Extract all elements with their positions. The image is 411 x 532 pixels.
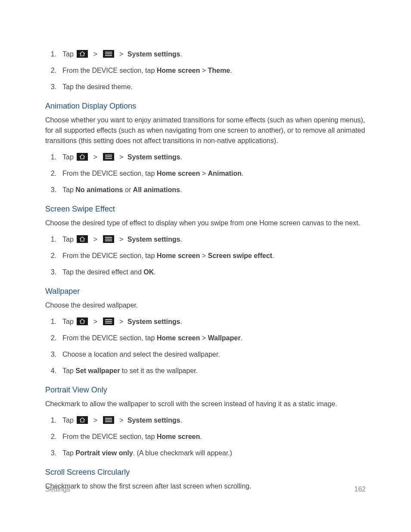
chevron-icon: >: [91, 417, 100, 424]
step-number: 2.: [45, 333, 56, 343]
step-bold: Home screen: [157, 170, 200, 177]
step-number: 3.: [45, 185, 56, 195]
step-text: >: [200, 252, 208, 259]
step-text: Tap: [62, 417, 75, 424]
step-number: 1.: [45, 234, 56, 245]
list-item: 1. Tap > > System settings.: [45, 49, 366, 59]
list-item: 3. Tap the desired theme.: [45, 82, 366, 92]
step-bold: Animation: [208, 170, 241, 177]
step-text: >: [200, 334, 208, 342]
step-text: Tap: [62, 186, 75, 193]
step-bold: Home screen: [157, 252, 200, 259]
step-text: .: [180, 318, 182, 325]
step-bold: Wallpaper: [208, 334, 240, 342]
chevron-icon: >: [117, 236, 125, 243]
step-bold: OK: [143, 268, 154, 276]
step-text: Tap: [62, 367, 75, 374]
menu-icon: [103, 50, 114, 58]
step-text: >: [200, 170, 208, 177]
step-body: From the DEVICE section, tap Home screen…: [56, 65, 366, 76]
step-text: From the DEVICE section, tap: [62, 334, 157, 342]
step-text: .: [180, 417, 182, 424]
step-bold: Set wallpaper: [75, 367, 120, 374]
section-heading-animation: Animation Display Options: [45, 102, 366, 111]
home-icon: [77, 50, 88, 58]
chevron-icon: >: [91, 236, 100, 243]
step-text: .: [200, 433, 202, 440]
step-bold: Portrait view only: [75, 449, 133, 457]
step-number: 1.: [45, 152, 56, 162]
chevron-icon: >: [117, 417, 125, 424]
step-bold: Theme: [208, 67, 230, 74]
list-item: 3. Tap No animations or All animations.: [45, 185, 366, 195]
step-bold: All animations: [133, 186, 180, 193]
step-text: Tap: [62, 50, 75, 58]
list-item: 1. Tap > > System settings.: [45, 234, 366, 245]
theme-steps: 1. Tap > > System settings. 2. From the …: [45, 49, 366, 92]
list-item: 3. Tap Portrait view only. (A blue check…: [45, 448, 366, 458]
step-bold: System settings: [128, 236, 181, 243]
step-text: Tap the desired effect and: [62, 268, 143, 276]
step-bold: System settings: [128, 417, 181, 424]
section-intro: Choose the desired wallpaper.: [45, 300, 366, 311]
menu-icon: [103, 153, 114, 161]
section-heading-portrait: Portrait View Only: [45, 386, 366, 395]
list-item: 2. From the DEVICE section, tap Home scr…: [45, 432, 366, 442]
step-body: From the DEVICE section, tap Home screen…: [56, 168, 366, 179]
step-text: .: [272, 252, 274, 259]
step-text: .: [154, 268, 156, 276]
step-body: Tap > > System settings.: [56, 49, 366, 59]
step-body: Tap Set wallpaper to set it as the wallp…: [56, 366, 366, 376]
list-item: 2. From the DEVICE section, tap Home scr…: [45, 168, 366, 179]
step-text: From the DEVICE section, tap: [62, 170, 157, 177]
section-intro: Choose the desired type of effect to dis…: [45, 218, 366, 228]
menu-icon: [103, 416, 114, 424]
chevron-icon: >: [91, 153, 100, 161]
step-text: or: [123, 186, 133, 193]
footer-page-number: 162: [354, 485, 366, 493]
step-body: From the DEVICE section, tap Home screen…: [56, 432, 366, 442]
home-icon: [77, 416, 88, 424]
chevron-icon: >: [117, 50, 125, 58]
step-body: Tap Portrait view only. (A blue checkmar…: [56, 448, 366, 458]
step-body: Tap the desired effect and OK.: [56, 267, 366, 277]
list-item: 2. From the DEVICE section, tap Home scr…: [45, 251, 366, 261]
section-intro: Checkmark to allow the wallpaper to scro…: [45, 399, 366, 409]
step-bold: System settings: [128, 50, 181, 58]
step-bold: Home screen: [157, 334, 200, 342]
step-text: .: [180, 153, 182, 161]
menu-icon: [103, 235, 114, 243]
chevron-icon: >: [117, 318, 125, 325]
page: 1. Tap > > System settings. 2. From the …: [0, 0, 411, 532]
step-text: .: [242, 170, 243, 177]
list-item: 2. From the DEVICE section, tap Home scr…: [45, 65, 366, 76]
list-item: 3. Choose a location and select the desi…: [45, 349, 366, 360]
chevron-icon: >: [91, 50, 100, 58]
step-number: 2.: [45, 251, 56, 261]
step-text: Tap: [62, 153, 75, 161]
step-text: Tap: [62, 318, 75, 325]
home-icon: [77, 317, 88, 325]
portrait-steps: 1. Tap > > System settings. 2. From the …: [45, 415, 366, 458]
section-heading-swipe: Screen Swipe Effect: [45, 205, 366, 214]
step-number: 1.: [45, 415, 56, 426]
step-number: 2.: [45, 432, 56, 442]
step-text: From the DEVICE section, tap: [62, 433, 157, 440]
section-heading-scroll: Scroll Screens Circularly: [45, 468, 366, 477]
step-body: Tap > > System settings.: [56, 152, 366, 162]
step-number: 2.: [45, 168, 56, 179]
step-text: . (A blue checkmark will appear.): [133, 449, 232, 457]
step-number: 2.: [45, 65, 56, 76]
step-number: 3.: [45, 267, 56, 277]
list-item: 1. Tap > > System settings.: [45, 152, 366, 162]
list-item: 4. Tap Set wallpaper to set it as the wa…: [45, 366, 366, 376]
home-icon: [77, 153, 88, 161]
step-text: .: [180, 236, 182, 243]
step-bold: Home screen: [157, 67, 200, 74]
step-number: 1.: [45, 49, 56, 59]
step-text: .: [240, 334, 242, 342]
step-body: From the DEVICE section, tap Home screen…: [56, 333, 366, 343]
step-body: Tap > > System settings.: [56, 317, 366, 327]
home-icon: [77, 235, 88, 243]
step-body: Tap > > System settings.: [56, 415, 366, 426]
